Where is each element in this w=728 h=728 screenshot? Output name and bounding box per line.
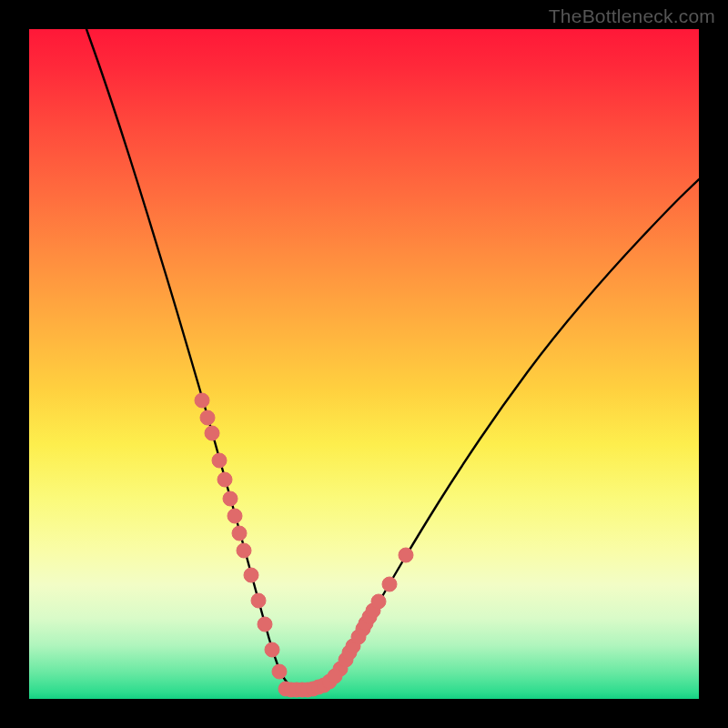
data-point — [251, 593, 266, 608]
left-branch-markers — [195, 393, 287, 679]
valley-floor-markers — [278, 669, 342, 697]
data-point — [200, 410, 215, 425]
data-point — [371, 594, 386, 609]
data-point — [244, 568, 258, 582]
data-point — [382, 577, 397, 592]
plot-area — [29, 29, 699, 699]
data-point — [212, 453, 227, 468]
data-point — [228, 509, 242, 523]
data-point — [195, 393, 209, 408]
data-point — [217, 472, 232, 487]
data-point — [205, 426, 219, 440]
data-point — [328, 669, 342, 683]
chart-frame: TheBottleneck.com — [0, 0, 728, 728]
curve-overlay — [29, 29, 699, 699]
watermark-text: TheBottleneck.com — [549, 5, 715, 27]
data-point — [232, 526, 247, 541]
data-point — [223, 491, 238, 506]
data-point — [399, 548, 413, 562]
data-point — [237, 543, 251, 558]
right-branch-markers — [333, 548, 413, 676]
data-point — [272, 664, 287, 679]
data-point — [258, 617, 272, 632]
data-point — [265, 642, 279, 657]
